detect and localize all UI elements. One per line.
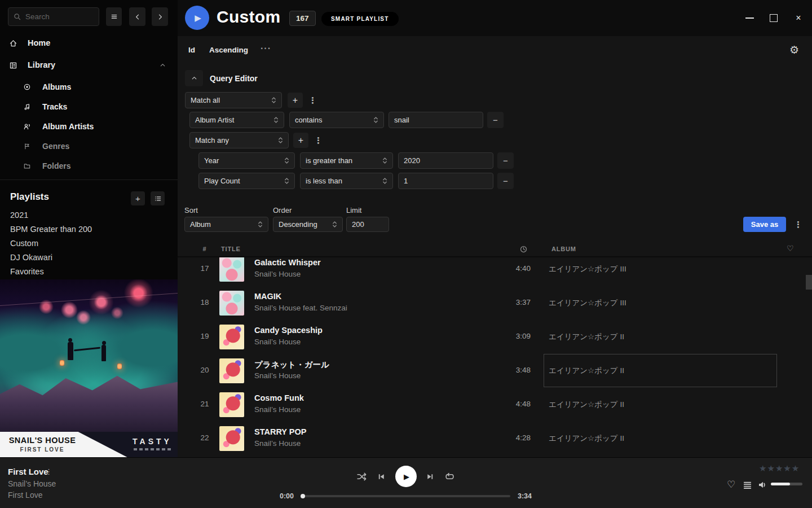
sidebar-item-library[interactable]: Library <box>0 58 178 72</box>
window-maximize-button[interactable] <box>766 10 782 26</box>
track-album[interactable]: エイリアン☆ポップ II <box>549 433 624 444</box>
query-editor-collapse-button[interactable] <box>185 70 203 86</box>
chevron-up-icon[interactable] <box>159 62 166 69</box>
track-album[interactable]: エイリアン☆ポップ III <box>549 264 626 274</box>
scrollbar-thumb[interactable] <box>806 275 812 290</box>
save-options-kebab[interactable]: ⋮ <box>794 220 802 230</box>
track-title[interactable]: プラネット・ガール <box>254 360 329 370</box>
nav-forward-button[interactable] <box>152 7 168 26</box>
rule-field-select[interactable]: Album Artist <box>189 112 284 128</box>
play-playlist-button[interactable]: ▶ <box>185 6 209 30</box>
table-row[interactable]: 19 Candy Spaceship Snail’s House 3:09 エイ… <box>178 320 812 354</box>
favorite-column-heart-icon[interactable]: ♡ <box>787 244 794 253</box>
sidebar-item-album-artists[interactable]: Album Artists <box>0 119 178 134</box>
rule-field-select[interactable]: Year <box>198 152 295 169</box>
gear-icon[interactable]: ⚙ <box>789 43 799 56</box>
sidebar-item-albums[interactable]: Albums <box>0 80 178 94</box>
table-row[interactable]: 17 Galactic Whisper Snail’s House 4:40 エ… <box>178 257 812 286</box>
column-title[interactable]: TITLE <box>221 246 241 252</box>
playlist-item[interactable]: Favorites <box>10 267 162 278</box>
track-album[interactable]: エイリアン☆ポップ II <box>549 332 624 342</box>
remove-rule-button[interactable]: − <box>497 152 514 169</box>
match-type-select[interactable]: Match all <box>185 92 282 108</box>
star-icon[interactable]: ★ <box>792 463 799 474</box>
window-minimize-button[interactable] <box>742 10 757 26</box>
track-title[interactable]: MAGIK <box>254 292 281 301</box>
seek-thumb[interactable] <box>301 494 305 498</box>
volume-icon[interactable] <box>757 480 767 490</box>
sidebar-item-genres[interactable]: Genres <box>0 139 178 154</box>
playlist-item[interactable]: Custom <box>10 239 162 250</box>
table-row[interactable]: 22 STARRY POP Snail’s House 4:28 エイリアン☆ポ… <box>178 422 812 456</box>
track-artist[interactable]: Snail’s House <box>254 371 301 380</box>
add-rule-button[interactable]: + <box>288 93 303 108</box>
window-close-button[interactable]: × <box>791 10 806 26</box>
rule-field-select[interactable]: Play Count <box>198 173 295 189</box>
track-album[interactable]: エイリアン☆ポップ III <box>549 298 626 308</box>
match-type-select[interactable]: Match any <box>189 132 289 148</box>
track-artist[interactable]: Snail’s House <box>254 338 301 346</box>
now-playing-options-kebab[interactable]: ⋮ <box>45 467 52 476</box>
playlist-item[interactable]: DJ Okawari <box>10 253 162 264</box>
shuffle-button[interactable] <box>356 471 367 482</box>
sort-field-button[interactable]: Id <box>188 46 195 54</box>
play-pause-button[interactable]: ▶ <box>395 466 417 487</box>
track-album[interactable]: エイリアン☆ポップ II <box>549 400 624 410</box>
previous-track-button[interactable] <box>377 472 386 481</box>
star-icon[interactable]: ★ <box>759 463 766 474</box>
search-input[interactable] <box>25 12 94 21</box>
nav-back-button[interactable] <box>129 7 145 26</box>
track-artist[interactable]: Snail’s House <box>254 270 301 278</box>
rule-value-input[interactable] <box>398 152 493 169</box>
remove-rule-button[interactable]: − <box>487 112 504 128</box>
star-icon[interactable]: ★ <box>775 463 783 474</box>
track-artist[interactable]: Snail’s House feat. Sennzai <box>254 304 347 312</box>
menu-button[interactable] <box>106 7 122 26</box>
favorite-heart-icon[interactable]: ♡ <box>727 479 735 491</box>
sidebar-item-tracks[interactable]: Tracks <box>0 99 178 114</box>
add-playlist-button[interactable]: + <box>131 191 145 205</box>
sort-direction-button[interactable]: Ascending <box>209 46 248 54</box>
table-row[interactable]: 18 MAGIK Snail’s House feat. Sennzai 3:3… <box>178 286 812 320</box>
playlist-list-button[interactable] <box>151 191 165 205</box>
track-album[interactable]: エイリアン☆ポップ II <box>549 366 624 376</box>
sidebar-item-folders[interactable]: Folders <box>0 159 178 173</box>
rule-value-input[interactable] <box>398 173 493 189</box>
remove-rule-button[interactable]: − <box>497 173 514 189</box>
seek-slider[interactable] <box>302 495 510 497</box>
now-playing-album[interactable]: First Love <box>8 491 42 500</box>
playlist-item[interactable]: BPM Greater than 200 <box>10 225 162 236</box>
star-icon[interactable]: ★ <box>767 463 774 474</box>
rule-operator-select[interactable]: is less than <box>300 173 393 189</box>
playlist-item[interactable]: 2021 <box>10 211 162 222</box>
save-as-button[interactable]: Save as <box>743 217 786 232</box>
track-artist[interactable]: Snail’s House <box>254 405 301 414</box>
track-title[interactable]: Galactic Whisper <box>254 258 321 267</box>
track-title[interactable]: STARRY POP <box>254 427 306 436</box>
add-rule-button[interactable]: + <box>293 133 308 148</box>
sidebar-item-home[interactable]: Home <box>0 36 178 50</box>
more-options-button[interactable]: ··· <box>261 43 271 54</box>
group-options-kebab[interactable]: ⋮ <box>314 135 323 146</box>
track-artist[interactable]: Snail’s House <box>254 439 301 448</box>
rule-value-input[interactable] <box>389 112 483 128</box>
now-playing-artwork[interactable]: SNAIL'S HOUSE FIRST LOVE TASTY <box>0 279 178 457</box>
sort-select[interactable]: Album <box>184 217 268 232</box>
track-title[interactable]: Candy Spaceship <box>254 326 323 335</box>
volume-slider[interactable] <box>771 483 802 485</box>
search-box[interactable] <box>8 7 99 26</box>
now-playing-artist[interactable]: Snail’s House <box>8 479 56 488</box>
track-title[interactable]: Cosmo Funk <box>254 393 304 402</box>
duration-column-clock-icon[interactable] <box>519 245 528 253</box>
repeat-button[interactable] <box>444 471 455 482</box>
now-playing-title[interactable]: First Love <box>8 467 48 476</box>
rule-operator-select[interactable]: is greater than <box>300 152 393 169</box>
table-row[interactable]: 20 プラネット・ガール Snail’s House 3:48 エイリアン☆ポッ… <box>178 354 812 388</box>
order-select[interactable]: Descending <box>273 217 343 232</box>
column-album[interactable]: ALBUM <box>551 246 576 252</box>
queue-button[interactable] <box>743 480 752 490</box>
next-track-button[interactable] <box>425 472 435 481</box>
column-index[interactable]: # <box>193 246 216 252</box>
group-options-kebab[interactable]: ⋮ <box>308 95 317 106</box>
limit-input[interactable] <box>346 217 389 232</box>
